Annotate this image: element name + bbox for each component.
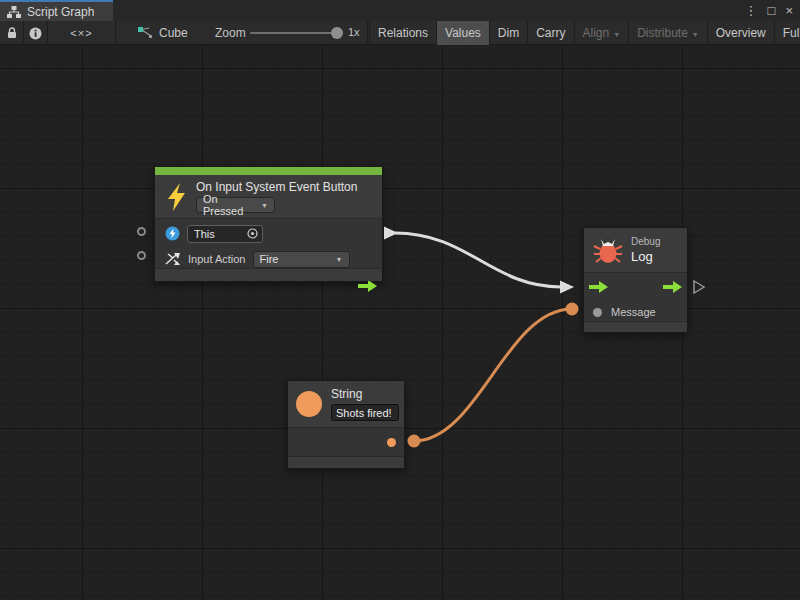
info-button[interactable] (24, 21, 48, 45)
string-node-header: String Shots fired! (288, 381, 404, 428)
debug-node-header: Debug Log (584, 228, 687, 273)
graph-icon (7, 6, 21, 18)
tab-script-graph[interactable]: Script Graph (0, 0, 113, 21)
graph-reference-label: Cube (159, 26, 188, 40)
lock-button[interactable] (0, 21, 24, 45)
string-node-footer (288, 456, 404, 468)
event-target-port[interactable] (137, 227, 146, 236)
graph-toolbar: <×> Cube Zoom 1x Relations Values Dim Ca… (0, 21, 800, 45)
menu-icon[interactable]: ⋮ (745, 0, 758, 21)
gameobject-bolt-icon (165, 226, 180, 241)
chevron-down-icon: ▼ (613, 31, 620, 38)
debug-message-row: Message (584, 301, 687, 323)
dim-button[interactable]: Dim (489, 21, 527, 45)
string-output-port[interactable] (387, 438, 396, 447)
graph-reference-button[interactable]: Cube (116, 21, 212, 45)
graph-canvas[interactable]: On Input System Event Button On Pressed … (0, 45, 800, 600)
toolbar-buttons: Relations Values Dim Carry Align▼ Distri… (369, 21, 800, 45)
message-input-port[interactable] (593, 308, 602, 317)
debug-external-flow-port[interactable] (692, 280, 706, 294)
event-node-header: On Input System Event Button On Pressed … (155, 175, 382, 219)
connection-flow-wire (384, 227, 574, 294)
event-accent-strip (155, 167, 382, 175)
values-button[interactable]: Values (436, 21, 489, 45)
relations-button[interactable]: Relations (369, 21, 436, 45)
zoom-slider-thumb[interactable] (331, 27, 343, 39)
node-on-input-system-event-button[interactable]: On Input System Event Button On Pressed … (154, 166, 383, 282)
close-icon[interactable]: × (785, 0, 793, 21)
debug-node-title: Log (631, 249, 660, 264)
target-picker-icon[interactable] (247, 228, 258, 239)
overview-button[interactable]: Overview (707, 21, 774, 45)
info-icon (29, 27, 42, 40)
chevron-down-icon: ▼ (692, 31, 699, 38)
event-node-footer (155, 268, 382, 281)
graph-reference-icon (138, 27, 152, 39)
target-field[interactable]: This (187, 225, 263, 243)
zoom-slider-track[interactable] (250, 32, 340, 34)
event-node-title: On Input System Event Button (196, 180, 357, 194)
code-icon: <×> (70, 27, 92, 39)
event-target-row: This (155, 220, 382, 247)
event-action-port[interactable] (137, 251, 146, 260)
string-type-icon (296, 391, 322, 417)
string-node-title: String (331, 387, 399, 401)
debug-flow-row (584, 273, 687, 301)
lightning-icon (165, 183, 187, 211)
debug-category-label: Debug (631, 236, 660, 247)
event-trigger-port[interactable] (358, 280, 377, 292)
lock-icon (7, 27, 17, 39)
window-controls: ⋮ □ × (745, 0, 800, 21)
maximize-icon[interactable]: □ (768, 0, 776, 21)
connection-string-wire (408, 303, 579, 448)
chevron-down-icon: ▼ (261, 202, 268, 209)
zoom-control: Zoom 1x (212, 21, 368, 45)
align-button[interactable]: Align▼ (574, 21, 629, 45)
chevron-down-icon: ▼ (336, 256, 343, 263)
input-action-dropdown[interactable]: Fire ▼ (253, 251, 350, 268)
zoom-label: Zoom (215, 26, 246, 40)
string-output-row (288, 428, 404, 457)
code-view-button[interactable]: <×> (48, 21, 116, 45)
tab-title: Script Graph (27, 5, 94, 19)
node-debug-log[interactable]: Debug Log Message (583, 227, 688, 333)
debug-flow-in-port[interactable] (589, 281, 608, 293)
on-pressed-dropdown[interactable]: On Pressed ▼ (196, 197, 275, 213)
message-label: Message (611, 306, 656, 318)
debug-flow-out-port[interactable] (663, 281, 682, 293)
script-graph-window: Script Graph ⋮ □ × <×> (0, 0, 800, 600)
debug-node-footer (584, 321, 687, 332)
carry-button[interactable]: Carry (527, 21, 573, 45)
string-value-field[interactable]: Shots fired! (331, 404, 399, 421)
fullscreen-button[interactable]: Full Screen (774, 21, 800, 45)
input-action-icon (165, 252, 181, 266)
bug-icon (593, 236, 623, 264)
zoom-value: 1x (348, 26, 360, 38)
distribute-button[interactable]: Distribute▼ (628, 21, 707, 45)
node-string[interactable]: String Shots fired! (287, 380, 405, 469)
input-action-label: Input Action (188, 253, 246, 265)
title-bar: Script Graph ⋮ □ × (0, 0, 800, 21)
